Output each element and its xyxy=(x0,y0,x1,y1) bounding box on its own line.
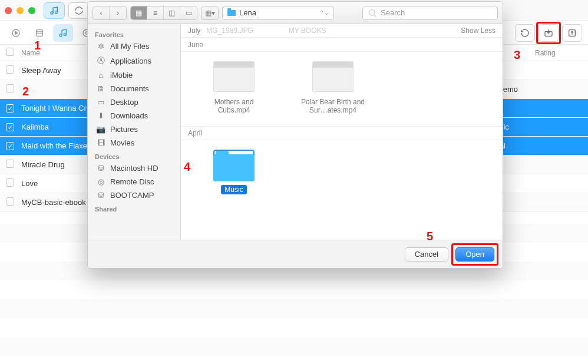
search-input[interactable]: Search xyxy=(362,6,498,20)
sidebar-item[interactable]: ⛁BOOTCAMP xyxy=(88,188,180,202)
downloads-icon: ⬇ xyxy=(96,111,105,120)
documents-icon: 🗎 xyxy=(96,84,105,93)
file-tile[interactable]: Mothers and Cubs.mp4 xyxy=(199,61,269,114)
cancel-button[interactable]: Cancel xyxy=(405,247,448,262)
row-checkbox[interactable] xyxy=(6,84,14,92)
group-april-grid: Music xyxy=(181,140,503,206)
svg-point-5 xyxy=(60,34,62,37)
forward-icon[interactable]: › xyxy=(110,6,126,19)
search-placeholder: Search xyxy=(381,8,405,17)
back-icon[interactable]: ‹ xyxy=(93,6,110,19)
row-checkbox[interactable]: ✓ xyxy=(6,123,14,131)
col-rating[interactable]: Rating xyxy=(535,49,582,57)
nav-back-forward[interactable]: ‹ › xyxy=(93,6,127,20)
sidebar-item[interactable]: ⬇Downloads xyxy=(88,109,180,123)
sidebar-item[interactable]: ✲All My Files xyxy=(88,39,180,53)
disc-icon: ◎ xyxy=(96,177,105,186)
play-icon[interactable] xyxy=(6,24,26,42)
traffic-min-icon[interactable] xyxy=(16,7,24,14)
search-icon xyxy=(368,8,377,18)
sync-icon[interactable] xyxy=(68,2,90,19)
svg-point-11 xyxy=(369,9,375,15)
view-mode-segment[interactable]: ▦ ≡ ◫ ▭ xyxy=(130,6,197,20)
import-button[interactable] xyxy=(539,24,559,42)
desktop-icon: ▭ xyxy=(96,98,105,107)
dialog-sidebar: Favorites ✲All My FilesⒶApplications⌂iMo… xyxy=(88,24,181,240)
svg-marker-3 xyxy=(15,31,18,34)
row-checkbox[interactable] xyxy=(6,178,14,187)
sidebar-item[interactable]: ◎Remote Disc xyxy=(88,175,180,188)
folder-icon xyxy=(227,10,236,16)
sidebar-item[interactable]: ⌂iMobie xyxy=(88,68,180,82)
icon-view-icon[interactable]: ▦ xyxy=(131,6,147,19)
tile-label: Mothers and Cubs.mp4 xyxy=(199,98,269,114)
open-file-dialog: ‹ › ▦ ≡ ◫ ▭ ▦▾ Lena ⌃⌄ Search Favorites … xyxy=(87,1,503,269)
column-view-icon[interactable]: ◫ xyxy=(164,6,180,19)
tile-label: Polar Bear Birth and Sur…ates.mp4 xyxy=(298,98,368,114)
show-less-link[interactable]: Show Less xyxy=(461,27,495,35)
svg-point-0 xyxy=(51,12,53,14)
path-popup[interactable]: Lena ⌃⌄ xyxy=(222,6,334,20)
sidebar-item[interactable]: 📷Pictures xyxy=(88,123,180,136)
callout-box-5 xyxy=(451,243,498,266)
apps-icon: Ⓐ xyxy=(96,55,105,66)
file-tile[interactable]: Polar Bear Birth and Sur…ates.mp4 xyxy=(298,61,368,114)
video-thumb-icon xyxy=(213,61,255,92)
pictures-icon: 📷 xyxy=(96,125,105,134)
group-head-june: June xyxy=(181,38,503,52)
video-thumb-icon xyxy=(312,61,354,92)
sidebar-head-devices: Devices xyxy=(88,150,180,161)
sidebar-item-label: All My Files xyxy=(110,42,149,51)
row-checkbox[interactable]: ✓ xyxy=(6,104,14,112)
all-files-icon: ✲ xyxy=(96,42,105,51)
coverflow-view-icon[interactable]: ▭ xyxy=(180,6,197,19)
sidebar-item[interactable]: ⛁Macintosh HD xyxy=(88,161,180,175)
callout-box-3 xyxy=(536,22,561,44)
select-all-checkbox[interactable] xyxy=(6,48,14,56)
row-checkbox[interactable]: ✓ xyxy=(6,142,14,150)
sidebar-item-label: Applications xyxy=(110,57,151,65)
folder-tile-music[interactable]: Music xyxy=(199,150,269,194)
list-view-icon[interactable]: ≡ xyxy=(147,6,164,19)
sidebar-item-label: Pictures xyxy=(110,125,138,134)
folder-icon xyxy=(213,150,255,181)
row-checkbox[interactable] xyxy=(6,160,14,168)
path-label: Lena xyxy=(239,8,256,17)
sidebar-item[interactable]: ▭Desktop xyxy=(88,95,180,109)
audio-icon[interactable] xyxy=(53,24,73,42)
arrange-menu[interactable]: ▦▾ xyxy=(201,6,219,20)
chevron-updown-icon: ⌃⌄ xyxy=(319,9,329,16)
arrange-icon[interactable]: ▦▾ xyxy=(201,6,218,19)
group-title: July xyxy=(188,27,200,35)
refresh-button[interactable] xyxy=(515,24,535,42)
sidebar-item-label: Documents xyxy=(110,84,149,93)
sidebar-head-shared: Shared xyxy=(88,202,180,214)
sidebar-item[interactable]: 🗎Documents xyxy=(88,82,180,95)
sidebar-head-favorites: Favorites xyxy=(88,28,180,39)
dialog-content[interactable]: July MG_1989.JPG MY BOOKS Show Less June… xyxy=(181,24,503,240)
sidebar-item-label: Downloads xyxy=(110,111,148,120)
svg-point-1 xyxy=(55,11,57,13)
traffic-close-icon[interactable] xyxy=(5,7,12,14)
sidebar-item[interactable]: 🎞Movies xyxy=(88,136,180,150)
traffic-zoom-icon[interactable] xyxy=(28,7,35,14)
sidebar-item-label: iMobie xyxy=(110,71,133,80)
sidebar-item[interactable]: ⒶApplications xyxy=(88,53,180,68)
music-app-icon[interactable] xyxy=(44,2,65,19)
group-head-july: July MG_1989.JPG MY BOOKS Show Less xyxy=(181,24,503,38)
sidebar-item-label: Desktop xyxy=(110,98,138,107)
export-button[interactable] xyxy=(562,24,582,42)
hdd-icon: ⛁ xyxy=(96,164,105,173)
row-checkbox[interactable] xyxy=(6,65,14,74)
group-title: April xyxy=(188,129,202,137)
group-head-april: April xyxy=(181,126,503,140)
dialog-toolbar: ‹ › ▦ ≡ ◫ ▭ ▦▾ Lena ⌃⌄ Search xyxy=(88,2,503,24)
row-checkbox[interactable] xyxy=(6,197,14,206)
movies-icon: 🎞 xyxy=(96,138,105,147)
tile-label: Music xyxy=(221,185,246,194)
sidebar-item-label: Movies xyxy=(110,138,134,147)
group-title: June xyxy=(188,41,203,49)
dialog-footer: Cancel Open xyxy=(88,240,503,268)
list-icon[interactable] xyxy=(29,24,49,42)
sidebar-item-label: Remote Disc xyxy=(110,177,154,186)
